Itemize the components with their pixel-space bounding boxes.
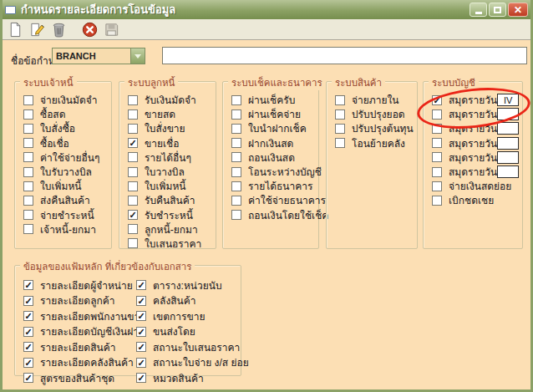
definition-name-combobox[interactable]: BRANCH — [52, 48, 145, 64]
checkbox[interactable] — [432, 196, 442, 206]
checkbox-row: เบิกชดเชย — [424, 193, 522, 207]
checkbox[interactable]: ✓ — [23, 327, 33, 337]
journal-code-input[interactable] — [497, 151, 519, 164]
checkbox[interactable] — [128, 196, 138, 206]
checkbox[interactable] — [432, 181, 442, 191]
group-title: ระบบลูกหนี้ — [124, 75, 178, 90]
save-button[interactable] — [102, 21, 121, 38]
group-accounts-receivable: ระบบลูกหนี้ รับเงินมัดจำ ขายสด ใบสั่งขาย — [119, 81, 216, 249]
checkbox[interactable] — [23, 196, 33, 206]
description-input[interactable] — [162, 47, 527, 64]
checkbox[interactable] — [335, 138, 345, 148]
checkbox[interactable]: ✓ — [136, 327, 146, 337]
checkbox-label: สมุดรายวัน — [449, 106, 497, 122]
checkbox-row: ใบสั่งซื้อ — [15, 121, 111, 135]
checkbox[interactable] — [128, 152, 138, 162]
checkbox[interactable]: ✓ — [128, 210, 138, 220]
checkbox[interactable] — [231, 152, 241, 162]
window-icon — [5, 6, 16, 14]
checkbox[interactable]: ✓ — [23, 342, 33, 352]
checkbox[interactable] — [231, 196, 241, 206]
checkbox[interactable] — [432, 167, 442, 177]
checkbox[interactable] — [128, 238, 138, 248]
checkbox[interactable] — [23, 224, 33, 234]
checkbox[interactable] — [432, 138, 442, 148]
checkbox-row: รายได้อื่นๆ — [119, 150, 216, 165]
checkbox-label: จ่ายชำระหนี้ — [40, 207, 94, 223]
checkbox[interactable]: ✓ — [136, 358, 146, 368]
new-document-button[interactable] — [6, 21, 25, 38]
checkbox[interactable] — [432, 124, 442, 134]
checkbox-row: ✓ รายละเอียดลูกค้า — [15, 293, 128, 309]
checkbox-row: ✓ สมุดรายวัน IV — [424, 93, 522, 107]
checkbox[interactable]: ✓ — [136, 296, 146, 306]
checkbox-list-left: ✓ รายละเอียดผู้จำหน่าย ✓ รายละเอียดลูกค้… — [15, 277, 128, 386]
checkbox-label: สูตรของสินค้าชุด — [40, 370, 114, 386]
checkbox[interactable]: ✓ — [23, 311, 33, 321]
checkbox[interactable] — [231, 167, 241, 177]
checkbox-label: ผ่านเช็คจ่าย — [248, 106, 301, 122]
checkbox[interactable] — [23, 181, 33, 191]
checkbox[interactable]: ✓ — [128, 138, 138, 148]
checkbox-label: สมุดรายวัน — [449, 135, 497, 151]
checkbox-row: ค่าใช้จ่ายอื่นๆ — [15, 150, 111, 165]
checkbox-row: ✓ สูตรของสินค้าชุด — [15, 370, 128, 386]
checkbox-row: ใบเพิ่มหนี้ — [15, 179, 111, 193]
checkbox[interactable] — [23, 109, 33, 120]
checkbox[interactable]: ✓ — [23, 296, 33, 306]
checkbox-row: สมุดรายวัน — [424, 107, 522, 121]
combobox-dropdown-button[interactable] — [130, 48, 145, 64]
checkbox-label: ใบวางบิล — [145, 164, 185, 180]
journal-code-input[interactable] — [497, 165, 519, 178]
checkbox[interactable] — [432, 109, 442, 120]
checkbox[interactable] — [128, 109, 138, 120]
checkbox[interactable] — [128, 181, 138, 191]
checkbox[interactable] — [231, 95, 241, 105]
checkbox-row: ✓ รายละเอียดผู้จำหน่าย — [15, 277, 128, 293]
checkbox[interactable] — [335, 124, 345, 134]
checkbox[interactable] — [128, 95, 138, 105]
checkbox[interactable] — [231, 124, 241, 134]
checkbox[interactable] — [335, 95, 345, 105]
checkbox-label: ซื้อเชื่อ — [40, 135, 69, 151]
titlebar: กำหนดรายละเอียดการโอนข้อมูล ✕ — [3, 0, 530, 19]
journal-code-input[interactable] — [497, 137, 519, 150]
checkbox[interactable] — [335, 109, 345, 120]
checkbox[interactable]: ✓ — [136, 373, 146, 383]
checkbox[interactable]: ✓ — [136, 280, 146, 290]
checkbox-row: โอนระหว่างบัญชี — [223, 165, 318, 179]
checkbox[interactable] — [23, 124, 33, 134]
checkbox[interactable] — [23, 167, 33, 177]
checkbox[interactable] — [128, 167, 138, 177]
checkbox[interactable] — [128, 224, 138, 234]
checkbox[interactable] — [23, 95, 33, 105]
checkbox[interactable] — [231, 138, 241, 148]
checkbox[interactable] — [432, 152, 442, 162]
checkbox[interactable] — [231, 109, 241, 120]
checkbox[interactable]: ✓ — [432, 95, 442, 105]
checkbox[interactable] — [231, 210, 241, 220]
checkbox[interactable]: ✓ — [23, 358, 33, 368]
checkbox[interactable] — [23, 152, 33, 162]
checkbox[interactable] — [23, 138, 33, 148]
checkbox[interactable] — [231, 181, 241, 191]
cancel-button[interactable] — [80, 21, 99, 38]
chevron-down-icon — [135, 54, 141, 59]
delete-button[interactable] — [49, 21, 69, 38]
checkbox[interactable]: ✓ — [136, 311, 146, 321]
journal-code-input[interactable] — [497, 108, 519, 120]
checkbox-row: ✓ เขตการขาย — [128, 308, 241, 324]
checkbox[interactable]: ✓ — [136, 342, 146, 352]
minimize-button[interactable] — [470, 3, 487, 17]
checkbox-label: ใบสั่งขาย — [145, 120, 185, 136]
checkbox[interactable] — [128, 124, 138, 134]
checkbox[interactable]: ✓ — [23, 373, 33, 383]
checkbox[interactable]: ✓ — [23, 280, 33, 290]
edit-button[interactable] — [28, 21, 47, 38]
close-button[interactable]: ✕ — [508, 3, 528, 17]
checkbox[interactable] — [23, 210, 33, 220]
journal-code-input[interactable]: IV — [497, 94, 519, 106]
journal-code-input[interactable] — [497, 122, 519, 135]
checkbox-row: ฝากเงินสด — [223, 136, 318, 150]
maximize-button[interactable] — [489, 3, 506, 17]
